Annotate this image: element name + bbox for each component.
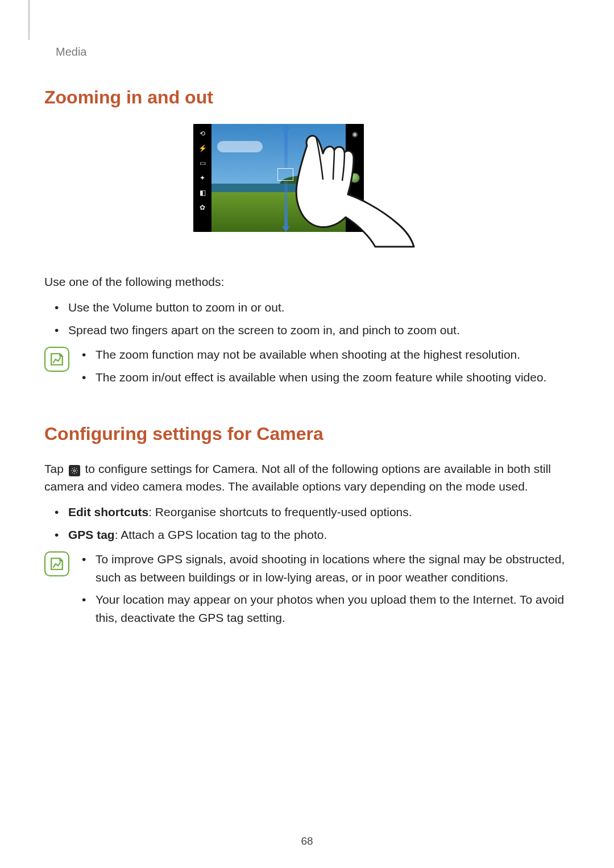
figure-pinch-zoom: ⟲ ⚡ ▭ ✦ ◧ ✿ ◉ ■ (44, 124, 570, 252)
mode-icon: ▭ (198, 159, 206, 167)
note-icon (44, 347, 69, 372)
list-item: The zoom function may not be available w… (93, 346, 570, 364)
intro-text-1: Use one of the following methods: (44, 273, 570, 290)
list-item: GPS tag: Attach a GPS location tag to th… (66, 526, 570, 544)
svg-point-2 (73, 470, 76, 472)
page: Media Zooming in and out ⟲ ⚡ ▭ ✦ ◧ ✿ (0, 0, 614, 868)
list-item: The zoom in/out effect is available when… (93, 368, 570, 387)
note-block-2: To improve GPS signals, avoid shooting i… (44, 550, 570, 631)
list-item: Edit shortcuts: Reorganise shortcuts to … (66, 503, 570, 521)
header-rule (28, 0, 30, 40)
page-number: 68 (0, 835, 614, 848)
settings-gear-icon: ✿ (198, 203, 206, 211)
note-icon (44, 551, 69, 576)
list-item: Use the Volume button to zoom in or out. (66, 298, 570, 317)
camera-left-toolbar: ⟲ ⚡ ▭ ✦ ◧ ✿ (193, 124, 211, 232)
list-item: Your location may appear on your photos … (93, 591, 570, 626)
bullet-list-2: Edit shortcuts: Reorganise shortcuts to … (44, 503, 570, 543)
bullet-label: Edit shortcuts (68, 505, 148, 518)
figure-inner: ⟲ ⚡ ▭ ✦ ◧ ✿ ◉ ■ (193, 124, 421, 252)
cloud (217, 141, 263, 152)
note-block-1: The zoom function may not be available w… (44, 346, 570, 391)
bullet-list-1: Use the Volume button to zoom in or out.… (44, 298, 570, 339)
effects-icon: ✦ (198, 174, 206, 182)
breadcrumb: Media (56, 45, 570, 59)
list-item: To improve GPS signals, avoid shooting i… (93, 550, 570, 586)
settings-gear-icon (69, 465, 80, 476)
bullet-label: GPS tag (68, 528, 115, 541)
hand-gesture-icon (284, 128, 415, 248)
intro-post: to configure settings for Camera. Not al… (44, 462, 551, 492)
note-bullet-list-1: The zoom function may not be available w… (80, 346, 570, 391)
switch-camera-icon: ⟲ (198, 130, 206, 138)
list-item: Spread two fingers apart on the screen t… (66, 321, 570, 339)
heading-zooming: Zooming in and out (44, 87, 570, 108)
heading-configuring: Configuring settings for Camera (44, 423, 570, 445)
note-bullet-list-2: To improve GPS signals, avoid shooting i… (80, 550, 570, 631)
bullet-text: : Attach a GPS location tag to the photo… (115, 528, 327, 541)
bullet-text: : Reorganise shortcuts to frequently-use… (148, 505, 412, 518)
flash-off-icon: ⚡ (198, 144, 206, 152)
intro-text-2: Tap to configure settings for Camera. No… (44, 460, 570, 495)
share-icon: ◧ (198, 189, 206, 197)
intro-pre: Tap (44, 462, 67, 475)
